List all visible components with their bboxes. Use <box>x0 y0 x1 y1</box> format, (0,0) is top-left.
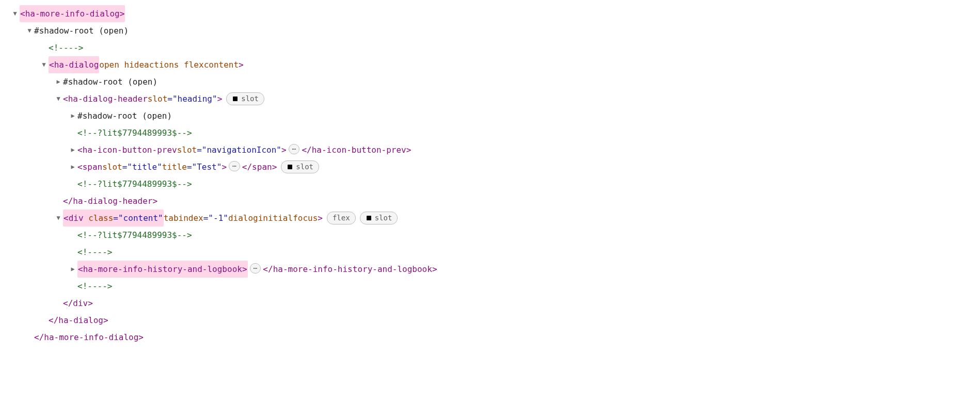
tree-node[interactable]: <div class="content" tabindex="-1" dialo… <box>10 210 970 227</box>
expand-arrow-icon[interactable] <box>39 56 49 73</box>
slot-reveal-button[interactable]: slot <box>281 160 319 173</box>
closing-tag: </ha-more-info-dialog> <box>34 329 144 346</box>
expand-arrow-icon[interactable] <box>68 141 77 158</box>
reveal-icon <box>366 215 372 221</box>
tree-node[interactable]: <span slot="title" title="Test"> ⋯ </spa… <box>10 158 970 175</box>
flex-badge[interactable]: flex <box>327 212 356 224</box>
tree-node[interactable]: <ha-more-info-history-and-logbook> ⋯ </h… <box>10 261 970 278</box>
highlighted-tag: <div class="content" <box>63 210 164 227</box>
tree-node[interactable]: <ha-dialog-header slot="heading"> slot <box>10 90 970 107</box>
highlighted-tag: <ha-more-info-history-and-logbook> <box>77 261 248 278</box>
tree-node[interactable]: <ha-icon-button-prev slot="navigationIco… <box>10 141 970 158</box>
tree-node[interactable]: <ha-more-info-dialog> <box>10 5 970 22</box>
shadow-root-label: #shadow-root (open) <box>77 107 172 124</box>
tree-node[interactable]: </div> <box>10 295 970 312</box>
tree-node[interactable]: <!----> <box>10 244 970 261</box>
tree-node[interactable]: <!--?lit$7794489993$--> <box>10 124 970 141</box>
reveal-icon <box>232 95 239 102</box>
expand-arrow-icon[interactable] <box>54 90 63 107</box>
comment-node: <!--?lit$7794489993$--> <box>77 175 192 192</box>
reveal-icon <box>287 164 293 170</box>
dom-tree: <ha-more-info-dialog> #shadow-root (open… <box>10 5 970 346</box>
expand-children-button[interactable]: ⋯ <box>250 263 261 274</box>
slot-reveal-button[interactable]: slot <box>226 92 264 105</box>
comment-node: <!----> <box>77 244 112 261</box>
expand-arrow-icon[interactable] <box>10 5 20 22</box>
tree-node[interactable]: #shadow-root (open) <box>10 22 970 39</box>
tree-node[interactable]: </ha-dialog-header> <box>10 192 970 210</box>
comment-node: <!----> <box>77 278 112 295</box>
expand-children-button[interactable]: ⋯ <box>289 144 300 154</box>
expand-arrow-icon[interactable] <box>68 261 77 278</box>
shadow-root-label: #shadow-root (open) <box>34 22 129 39</box>
expand-arrow-icon[interactable] <box>68 107 77 124</box>
comment-node: <!----> <box>49 39 83 56</box>
tree-node[interactable]: </ha-dialog> <box>10 312 970 329</box>
comment-node: <!--?lit$7794489993$--> <box>77 227 192 244</box>
tree-node[interactable]: <!----> <box>10 278 970 295</box>
expand-children-button[interactable]: ⋯ <box>229 161 240 171</box>
expand-arrow-icon[interactable] <box>25 22 34 39</box>
expand-arrow-icon[interactable] <box>68 158 77 175</box>
tree-node[interactable]: <!--?lit$7794489993$--> <box>10 175 970 192</box>
closing-tag: </ha-dialog> <box>49 312 108 329</box>
tree-node[interactable]: <!----> <box>10 39 970 56</box>
closing-tag: </div> <box>63 295 93 312</box>
tree-node[interactable]: <ha-dialog open hideactions flexcontent> <box>10 56 970 73</box>
closing-tag: </ha-dialog-header> <box>63 192 157 210</box>
tree-node[interactable]: </ha-more-info-dialog> <box>10 329 970 346</box>
tree-node[interactable]: <!--?lit$7794489993$--> <box>10 227 970 244</box>
shadow-root-label: #shadow-root (open) <box>63 73 157 90</box>
comment-node: <!--?lit$7794489993$--> <box>77 124 192 141</box>
highlighted-tag: <ha-more-info-dialog> <box>20 5 125 22</box>
tree-node[interactable]: #shadow-root (open) <box>10 107 970 124</box>
highlighted-tag: <ha-dialog <box>49 56 99 73</box>
slot-reveal-button[interactable]: slot <box>360 212 398 224</box>
expand-arrow-icon[interactable] <box>54 73 63 90</box>
expand-arrow-icon[interactable] <box>54 210 63 227</box>
tree-node[interactable]: #shadow-root (open) <box>10 73 970 90</box>
